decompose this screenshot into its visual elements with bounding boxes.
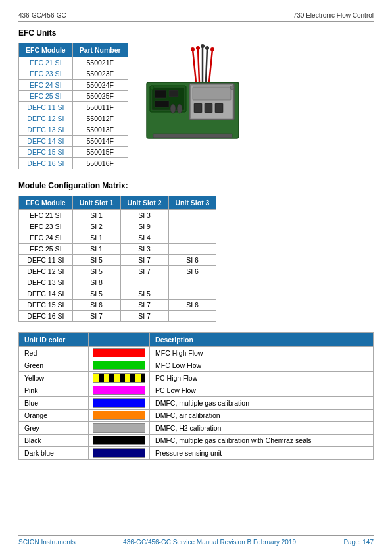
- color-description: DMFC, multiple gas calibration with Chem…: [150, 435, 374, 447]
- color-table-row: Dark bluePressure sensing unit: [19, 447, 374, 460]
- efc-units-content: EFC Module Part Number EFC 21 SI550021FE…: [18, 43, 374, 169]
- efc-device-svg: [140, 43, 245, 142]
- color-swatch: [93, 398, 145, 408]
- color-label: Blue: [19, 397, 89, 410]
- config-table-row: DEFC 13 SISI 8: [19, 277, 216, 288]
- color-label: Pink: [19, 384, 89, 397]
- color-swatch-cell: [89, 410, 150, 422]
- color-swatch-cell: [89, 359, 150, 372]
- svg-point-19: [201, 44, 205, 48]
- color-table-section: Unit ID color Description RedMFC High Fl…: [18, 332, 374, 460]
- color-table-row: PinkPC Low Flow: [19, 384, 374, 397]
- color-swatch: [93, 448, 145, 458]
- color-swatch: [93, 348, 145, 357]
- color-table-row: GreyDMFC, H2 calibration: [19, 422, 374, 435]
- config-table-row: EFC 23 SISI 2SI 9: [19, 221, 216, 232]
- color-swatch-cell: [89, 347, 150, 359]
- svg-point-18: [196, 46, 200, 50]
- header-left: 436-GC/456-GC: [18, 12, 66, 19]
- efc-table-row: EFC 24 SI550024F: [19, 80, 128, 91]
- color-label: Dark blue: [19, 447, 89, 460]
- color-table-row: BlueDMFC, multiple gas calibration: [19, 397, 374, 410]
- efc-table-row: DEFC 12 SI550012F: [19, 113, 128, 124]
- color-description: Pressure sensing unit: [150, 447, 374, 460]
- color-description: DMFC, multiple gas calibration: [150, 397, 374, 410]
- color-table-row: GreenMFC Low Flow: [19, 359, 374, 372]
- svg-point-20: [205, 46, 209, 50]
- color-description: DMFC, H2 calibration: [150, 422, 374, 435]
- config-table-row: DEFC 14 SISI 5SI 5: [19, 288, 216, 300]
- svg-line-12: [193, 49, 196, 82]
- color-label: Grey: [19, 422, 89, 435]
- module-config-title: Module Configuration Matrix:: [18, 181, 374, 190]
- svg-rect-3: [155, 90, 166, 98]
- svg-rect-10: [205, 103, 212, 113]
- color-col-desc: Description: [150, 333, 374, 347]
- svg-rect-5: [155, 101, 169, 107]
- efc-col-module: EFC Module: [19, 43, 73, 57]
- svg-point-23: [177, 104, 182, 113]
- color-table-row: RedMFC High Flow: [19, 347, 374, 359]
- color-swatch-cell: [89, 372, 150, 384]
- color-description: PC High Flow: [150, 372, 374, 384]
- config-table-row: DEFC 15 SISI 6SI 7SI 6: [19, 300, 216, 311]
- svg-rect-4: [169, 90, 178, 97]
- color-table-row: YellowPC High Flow: [19, 372, 374, 384]
- svg-point-22: [170, 104, 176, 113]
- module-config-section: Module Configuration Matrix: EFC ModuleU…: [18, 181, 374, 322]
- footer-right: Page: 147: [343, 539, 374, 546]
- svg-line-16: [209, 49, 212, 82]
- svg-rect-8: [193, 87, 231, 100]
- efc-table-row: EFC 21 SI550021F: [19, 57, 128, 68]
- color-description: MFC Low Flow: [150, 359, 374, 372]
- svg-point-21: [210, 47, 214, 51]
- color-label: Green: [19, 359, 89, 372]
- color-description: DMFC, air calibration: [150, 410, 374, 422]
- svg-point-17: [191, 47, 195, 51]
- color-swatch-cell: [89, 397, 150, 410]
- color-swatch: [93, 423, 145, 433]
- svg-rect-11: [215, 103, 223, 113]
- page-footer: SCION Instruments 436-GC/456-GC Service …: [18, 535, 374, 546]
- efc-units-section: EFC Units EFC Module Part Number EFC 21 …: [18, 28, 374, 169]
- color-table-row: BlackDMFC, multiple gas calibration with…: [19, 435, 374, 447]
- svg-point-25: [150, 86, 154, 90]
- color-label: Red: [19, 347, 89, 359]
- config-table-row: EFC 25 SISI 1SI 3: [19, 244, 216, 255]
- efc-table-row: DEFC 13 SI550013F: [19, 124, 128, 136]
- color-col-swatch: [89, 333, 150, 347]
- footer-left: SCION Instruments: [18, 539, 76, 546]
- module-config-table: EFC ModuleUnit Slot 1Unit Slot 2Unit Slo…: [18, 196, 216, 322]
- svg-line-13: [198, 48, 199, 82]
- color-label: Orange: [19, 410, 89, 422]
- svg-line-15: [206, 48, 207, 82]
- color-swatch: [93, 373, 145, 383]
- color-description: PC Low Flow: [150, 384, 374, 397]
- efc-table-row: DEFC 15 SI550015F: [19, 147, 128, 158]
- svg-point-26: [230, 86, 234, 90]
- efc-table-row: EFC 25 SI550025F: [19, 91, 128, 102]
- color-col-id: Unit ID color: [19, 333, 89, 347]
- config-table-row: DEFC 12 SISI 5SI 7SI 6: [19, 266, 216, 277]
- footer-center: 436-GC/456-GC Service Manual Revision B …: [123, 539, 296, 546]
- svg-rect-9: [194, 103, 202, 113]
- page: 436-GC/456-GC 730 Electronic Flow Contro…: [0, 0, 392, 555]
- header-right: 730 Electronic Flow Control: [293, 12, 374, 19]
- config-table-row: DEFC 16 SISI 7SI 7: [19, 311, 216, 322]
- config-table-row: DEFC 11 SISI 5SI 7SI 6: [19, 255, 216, 266]
- color-swatch: [93, 361, 145, 370]
- color-swatch: [93, 436, 145, 445]
- efc-table-row: DEFC 11 SI550011F: [19, 102, 128, 113]
- color-label: Yellow: [19, 372, 89, 384]
- page-header: 436-GC/456-GC 730 Electronic Flow Contro…: [18, 12, 374, 22]
- color-swatch: [93, 411, 145, 420]
- efc-table-row: DEFC 16 SI550016F: [19, 158, 128, 169]
- efc-units-title: EFC Units: [18, 28, 374, 38]
- efc-table-row: DEFC 14 SI550014F: [19, 136, 128, 147]
- efc-units-table: EFC Module Part Number EFC 21 SI550021FE…: [18, 43, 128, 169]
- color-swatch-cell: [89, 422, 150, 435]
- color-swatch-cell: [89, 384, 150, 397]
- color-id-table: Unit ID color Description RedMFC High Fl…: [18, 332, 374, 460]
- color-description: MFC High Flow: [150, 347, 374, 359]
- color-label: Black: [19, 435, 89, 447]
